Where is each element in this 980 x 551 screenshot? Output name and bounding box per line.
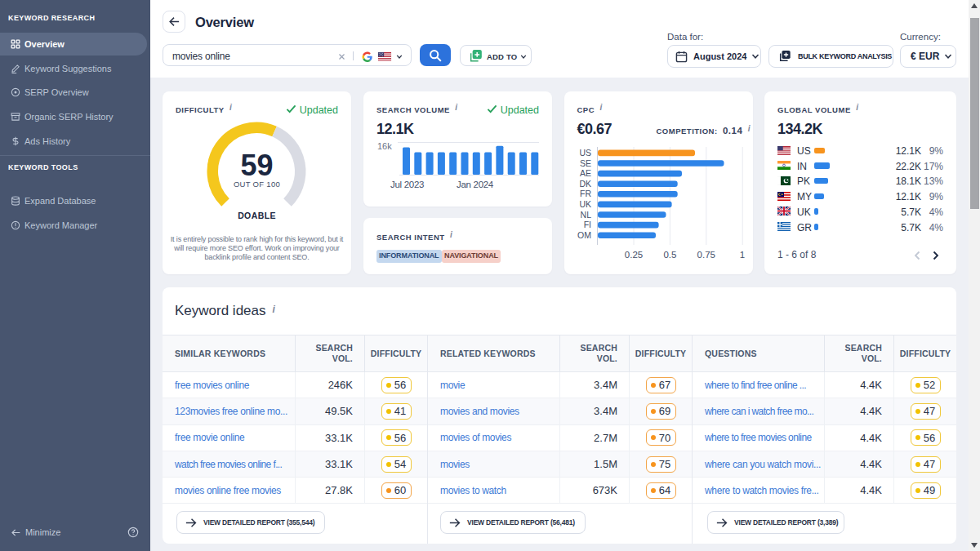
svg-text:AE: AE — [579, 168, 590, 178]
svg-text:Jan 2024: Jan 2024 — [457, 180, 494, 189]
svg-text:FI: FI — [583, 220, 590, 229]
svg-text:16k: 16k — [377, 141, 392, 151]
svg-text:DK: DK — [579, 179, 591, 189]
svg-text:0.5: 0.5 — [663, 250, 676, 260]
svg-text:OM: OM — [577, 230, 591, 240]
svg-text:Jul 2023: Jul 2023 — [390, 180, 424, 189]
svg-text:SE: SE — [579, 158, 590, 168]
svg-text:UK: UK — [579, 199, 591, 209]
svg-text:US: US — [579, 148, 591, 158]
svg-text:NL: NL — [580, 210, 591, 220]
svg-text:FR: FR — [580, 189, 591, 198]
svg-text:0.75: 0.75 — [697, 250, 715, 260]
svg-text:1: 1 — [739, 250, 744, 260]
svg-text:0.25: 0.25 — [624, 250, 642, 260]
